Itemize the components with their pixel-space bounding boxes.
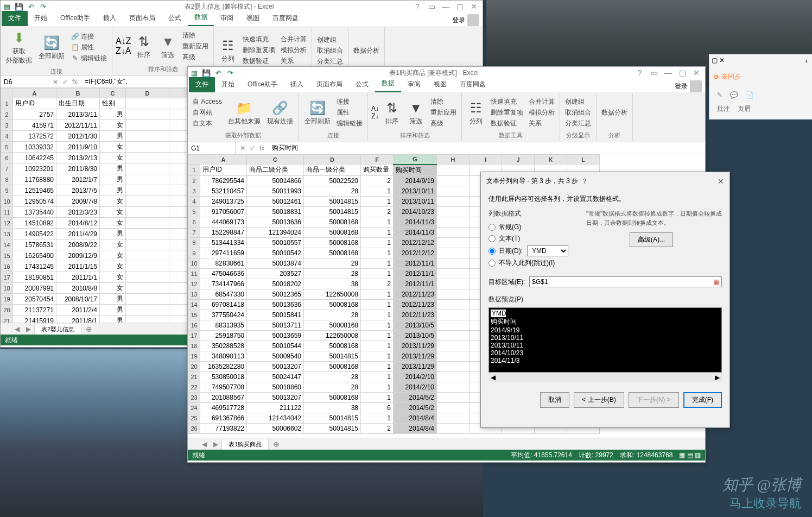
ungroup-button[interactable]: 取消组合 [315,46,345,56]
sort-az-icon[interactable]: A↓ [371,105,379,112]
login-link[interactable]: 登录 [452,16,465,25]
finish-button[interactable]: 完成(F) [683,392,722,408]
from-web-button[interactable]: 自网站 [191,107,224,118]
login-link[interactable]: 登录 [675,82,688,91]
nav-prev-icon[interactable]: ◀ [11,325,23,333]
group-button[interactable]: 创建组 [315,35,345,46]
advanced-button[interactable]: 高级 [181,52,210,62]
remove-dup-button[interactable]: 删除重复项 [489,107,525,118]
sync-status[interactable]: ⟳未同步 [709,68,812,86]
name-box[interactable] [188,142,236,154]
tab-baidu[interactable]: 百度网盘 [453,77,492,92]
flash-fill-button[interactable]: 快速填充 [489,96,525,107]
clear-button[interactable]: 清除 [181,30,210,41]
add-sheet-icon[interactable]: ⊕ [269,439,284,450]
formula-input[interactable] [269,144,705,152]
fx-accept-icon[interactable]: ✓ [250,144,255,152]
filter-button[interactable]: ▼筛选 [405,98,427,127]
tab-baidu[interactable]: 百度网盘 [266,11,305,26]
sort-button[interactable]: ⇅排序 [133,32,155,61]
radio-date[interactable] [489,248,496,255]
tab-office[interactable]: Office助手 [241,77,284,92]
tab-view[interactable]: 视图 [427,77,453,92]
tab-review[interactable]: 审阅 [214,11,240,26]
reapply-button[interactable]: 重新应用 [181,41,210,52]
relationships-button[interactable]: 关系 [279,56,308,67]
tab-layout[interactable]: 页面布局 [123,11,162,26]
range-picker-icon[interactable]: ▦ [713,278,719,286]
tab-review[interactable]: 审阅 [401,77,427,92]
text-to-columns-button[interactable]: ☷分列 [217,36,239,65]
help-icon[interactable]: ? [633,67,646,78]
text-to-columns-button[interactable]: ☷分列 [465,98,487,127]
remove-duplicates-button[interactable]: 删除重复项 [241,45,277,56]
edit-icon[interactable]: ✎ [717,91,722,99]
fx-icon[interactable]: fx [259,144,264,152]
comment-icon[interactable]: 💬 [730,91,738,99]
connections-button[interactable]: 连接 [335,96,364,107]
undo-icon[interactable]: ↶ [214,68,223,77]
reapply-button[interactable]: 重新应用 [429,107,458,118]
maximize-icon[interactable]: ▢ [453,1,466,12]
tab-start[interactable]: 开始 [28,11,54,26]
fx-icon[interactable]: fx [72,78,77,86]
radio-text[interactable] [489,235,496,242]
data-analysis-button[interactable]: 数据分析 [600,107,629,118]
data-analysis-button[interactable]: 数据分析 [352,46,381,56]
redo-icon[interactable]: ↷ [39,2,47,11]
properties-button[interactable]: 属性 [335,107,364,118]
sort-az-icon[interactable]: A↓Z [116,36,131,46]
whatif-button[interactable]: 模拟分析 [279,45,308,56]
radio-skip[interactable] [489,260,496,267]
edit-links-button[interactable]: ✎编辑链接 [69,53,109,64]
tab-icon[interactable]: ▢ ✕ [712,56,725,66]
get-external-data-button[interactable]: ⬇获取 外部数据 [4,28,34,66]
save-icon[interactable]: 💾 [202,68,211,77]
radio-general[interactable] [489,224,496,231]
relationships-button[interactable]: 关系 [527,118,556,129]
ungroup-button[interactable]: 取消组合 [563,107,593,118]
sort-za-icon[interactable]: Z↓ [371,112,378,120]
tab-insert[interactable]: 插入 [284,77,310,92]
cancel-button[interactable]: 取消 [540,392,569,408]
maximize-icon[interactable]: ▢ [676,67,689,78]
avatar-icon[interactable] [690,80,702,92]
minimize-icon[interactable]: — [662,67,675,78]
date-format-select[interactable]: YMD [527,245,568,256]
sort-za-icon[interactable]: Z↓A [116,46,131,56]
fx-accept-icon[interactable]: ✓ [62,78,68,86]
save-icon[interactable]: 💾 [15,2,23,11]
name-box[interactable] [1,76,48,87]
from-access-button[interactable]: 自 Access [191,96,224,107]
data-validation-button[interactable]: 数据验证 [241,56,277,67]
properties-button[interactable]: 📋属性 [69,42,109,53]
fx-cancel-icon[interactable]: ✕ [53,78,58,86]
avatar-icon[interactable] [467,14,479,26]
refresh-all-button[interactable]: 🔄全部刷新 [36,33,67,62]
fx-cancel-icon[interactable]: ✕ [240,144,245,152]
subtotal-button[interactable]: 分类汇总 [315,56,345,67]
whatif-button[interactable]: 模拟分析 [527,107,556,118]
advanced-button[interactable]: 高级(A)... [630,232,673,247]
tab-data[interactable]: 数据 [375,76,401,92]
tab-layout[interactable]: 页面布局 [310,77,349,92]
tab-start[interactable]: 开始 [215,77,241,92]
sort-button[interactable]: ⇅排序 [381,98,403,127]
view-icons[interactable]: ▦ ▤ ▥ [679,451,701,459]
tab-file[interactable]: 文件 [189,77,215,92]
target-input[interactable]: $G$1▦ [529,276,722,287]
scroll-right-icon[interactable]: ▶ [715,374,720,381]
add-sheet-icon[interactable]: ⊕ [81,324,97,335]
minimize-icon[interactable]: — [439,1,452,12]
from-other-button[interactable]: 📁自其他来源 [226,98,263,127]
existing-conn-button[interactable]: 🔗现有连接 [265,98,295,127]
subtotal-button[interactable]: 分类汇总 [563,118,593,129]
edit-links-button[interactable]: 编辑链接 [335,118,364,129]
tab-formula[interactable]: 公式 [349,77,375,92]
tab-view[interactable]: 视图 [240,11,266,26]
from-text-button[interactable]: 自文本 [191,118,224,129]
page-icon[interactable]: 📄 [746,91,754,99]
tab-file[interactable]: 文件 [2,11,28,26]
undo-icon[interactable]: ↶ [27,2,35,11]
tab-insert[interactable]: 插入 [97,11,123,26]
